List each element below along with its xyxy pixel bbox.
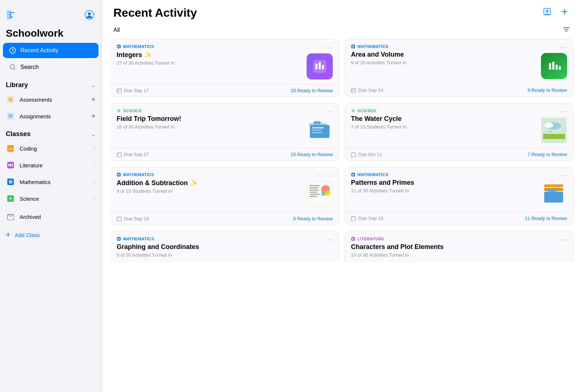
heart-button-addition[interactable]: ♡ <box>317 172 322 179</box>
more-button-characters[interactable]: ··· <box>560 237 567 243</box>
svg-rect-42 <box>549 63 551 70</box>
library-section-header: Library ⌄ <box>0 75 101 91</box>
card-graphing[interactable]: MATHEMATICS Graphing and Coordinates 5 o… <box>110 231 339 262</box>
more-button-water-cycle[interactable]: ··· <box>560 109 567 115</box>
review-count-patterns: 11 Ready to Review <box>525 216 567 221</box>
card-subtitle-patterns: 11 of 30 Activities Turned In <box>351 188 541 193</box>
assignments-add-icon[interactable]: + <box>91 112 96 121</box>
assessments-label: Assessments <box>20 97 87 103</box>
cards-grid: MATHEMATICS Integers ✨ 27 of 30 Activiti… <box>110 39 573 262</box>
export-button[interactable] <box>541 6 553 20</box>
card-title-addition: Addition & Subtraction ✨ <box>117 179 307 187</box>
archived-icon <box>6 212 15 221</box>
card-title-integers: Integers ✨ <box>117 51 307 59</box>
card-title-patterns: Patterns and Primes <box>351 179 541 187</box>
more-button-addition[interactable]: ··· <box>326 173 333 179</box>
sidebar-item-search[interactable]: Search <box>3 60 98 75</box>
sidebar-item-coding[interactable]: </> Coding › <box>0 140 101 157</box>
science-label: Science <box>20 196 89 202</box>
coding-icon: </> <box>6 144 15 153</box>
svg-rect-39 <box>352 46 353 48</box>
more-button-field-trip[interactable]: ··· <box>326 109 333 115</box>
recent-activity-icon <box>9 46 17 54</box>
svg-rect-70 <box>310 189 319 191</box>
add-class-plus-icon: + <box>6 230 11 240</box>
sidebar-item-assignments[interactable]: Assignments + <box>0 108 101 124</box>
svg-rect-68 <box>310 185 320 186</box>
card-subject-patterns: MATHEMATICS <box>351 172 541 177</box>
more-button-area-volume[interactable]: ··· <box>560 44 567 51</box>
svg-rect-83 <box>544 192 563 203</box>
assignments-icon <box>6 111 15 121</box>
add-button[interactable] <box>559 6 570 20</box>
svg-rect-36 <box>118 90 118 91</box>
card-characters[interactable]: LITERATURE Characters and Plot Elements … <box>345 231 573 262</box>
sidebar-item-literature[interactable]: Literature › <box>0 157 101 173</box>
thumbnail-water-cycle <box>541 117 567 143</box>
svg-rect-52 <box>314 121 321 124</box>
card-footer-addition: Due Sep 19 5 Ready to Review <box>111 212 339 225</box>
card-water-cycle[interactable]: SCIENCE The Water Cycle 7 of 10 Students… <box>345 103 573 161</box>
profile-button[interactable] <box>83 9 96 23</box>
sidebar-top <box>0 6 101 28</box>
svg-rect-90 <box>352 238 353 240</box>
card-title-area-volume: Area and Volume <box>351 51 541 58</box>
card-integers[interactable]: MATHEMATICS Integers ✨ 27 of 30 Activiti… <box>110 39 339 97</box>
sidebar-toggle-button[interactable] <box>6 9 17 23</box>
card-subject-characters: LITERATURE <box>351 237 560 241</box>
svg-rect-77 <box>117 217 121 221</box>
sidebar-item-recent-activity[interactable]: Recent Activity <box>3 43 98 58</box>
assignments-label: Assignments <box>20 113 87 119</box>
add-class-label: Add Class <box>15 232 96 238</box>
svg-point-76 <box>321 192 326 196</box>
filter-icon-button[interactable] <box>562 25 570 34</box>
card-patterns-primes[interactable]: MATHEMATICS Patterns and Primes 11 of 30… <box>345 167 573 225</box>
classes-section-header: Classes ⌄ <box>0 124 101 140</box>
more-button-graphing[interactable]: ··· <box>326 237 333 243</box>
card-footer-patterns: Due Sep 19 11 Ready to Review <box>345 212 573 225</box>
svg-rect-13 <box>9 117 11 118</box>
sidebar-item-science[interactable]: ✳ Science › <box>0 190 101 207</box>
review-count-integers: 25 Ready to Review <box>291 88 333 93</box>
heart-button-integers[interactable]: ♡ <box>317 44 322 51</box>
assessments-add-icon[interactable]: + <box>91 95 96 104</box>
svg-text:✳: ✳ <box>8 196 13 201</box>
card-subject-graphing: MATHEMATICS <box>117 237 326 241</box>
card-footer-water-cycle: Due Oct 11 7 Ready to Review <box>345 148 573 161</box>
card-title-characters: Characters and Plot Elements <box>351 243 560 251</box>
more-button-patterns[interactable]: ··· <box>560 172 567 179</box>
card-subtitle-graphing: 5 of 30 Activities Turned In <box>117 252 326 258</box>
sidebar-item-mathematics[interactable]: ⊞ Mathematics › <box>0 173 101 190</box>
science-icon: ✳ <box>6 194 15 203</box>
svg-rect-12 <box>9 116 12 117</box>
card-title-field-trip: Field Trip Tomorrow! <box>117 115 307 123</box>
sidebar-item-archived[interactable]: Archived <box>0 208 101 225</box>
recent-activity-label: Recent Activity <box>20 47 58 54</box>
sidebar-item-assessments[interactable]: % Assessments + <box>0 91 101 108</box>
card-subtitle-integers: 27 of 30 Activities Turned In <box>117 60 307 66</box>
archived-label: Archived <box>20 214 96 220</box>
card-subtitle-addition: 9 of 10 Students Turned In <box>117 188 307 194</box>
svg-rect-34 <box>322 65 324 69</box>
card-field-trip[interactable]: SCIENCE Field Trip Tomorrow! 15 of 30 Ac… <box>110 103 339 161</box>
svg-rect-44 <box>555 65 558 70</box>
thumbnail-addition <box>307 181 333 208</box>
literature-icon <box>6 160 15 170</box>
card-addition-subtraction[interactable]: MATHEMATICS Addition & Subtraction ✨ 9 o… <box>110 167 339 225</box>
svg-rect-53 <box>312 127 324 128</box>
add-class-button[interactable]: + Add Class <box>0 226 101 243</box>
card-title-graphing: Graphing and Coordinates <box>117 243 326 251</box>
more-button-integers[interactable]: ··· <box>326 45 333 51</box>
svg-rect-45 <box>559 66 561 70</box>
card-title-water-cycle: The Water Cycle <box>351 115 541 123</box>
card-area-volume[interactable]: MATHEMATICS Area and Volume 9 of 20 Acti… <box>345 39 573 97</box>
due-date-area-volume: Due Sep 24 <box>351 87 383 93</box>
svg-rect-84 <box>548 189 557 192</box>
svg-point-61 <box>545 123 553 128</box>
svg-rect-24 <box>7 215 14 220</box>
svg-rect-62 <box>543 134 565 139</box>
app-title: Schoolwork <box>0 28 101 39</box>
svg-rect-57 <box>118 154 118 155</box>
svg-rect-81 <box>544 184 563 187</box>
filter-bar: All <box>102 23 582 39</box>
